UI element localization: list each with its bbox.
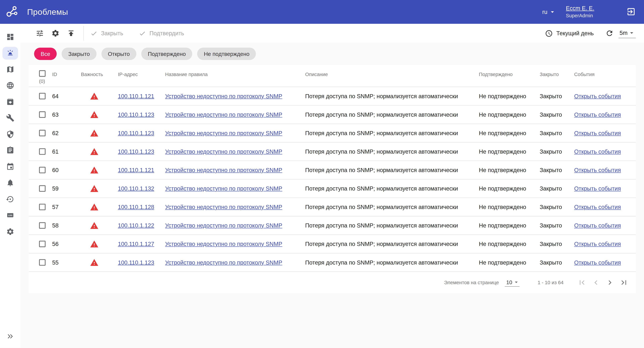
sidebar-item-security[interactable]	[2, 126, 18, 142]
rule-name-link[interactable]: Устройство недоступно по протоколу SNMP	[165, 111, 282, 118]
language-selector[interactable]: ru	[542, 8, 556, 16]
app-logo[interactable]	[4, 4, 20, 20]
row-checkbox[interactable]	[39, 93, 46, 100]
table-footer: Элементов на странице 10 1 - 10 из 64	[29, 272, 636, 293]
closed-status: Закрыто	[540, 241, 574, 247]
row-checkbox[interactable]	[39, 148, 46, 155]
sidebar-item-notifications[interactable]	[2, 175, 18, 191]
filter-chip-open[interactable]: Открыто	[101, 48, 136, 60]
sidebar-item-settings[interactable]	[2, 224, 18, 240]
open-events-link[interactable]: Открыть события	[574, 148, 621, 155]
table-settings-button[interactable]	[50, 28, 61, 39]
open-events-link[interactable]: Открыть события	[574, 241, 621, 247]
row-checkbox[interactable]	[39, 204, 46, 210]
open-events-link[interactable]: Открыть события	[574, 222, 621, 229]
closed-status: Закрыто	[540, 222, 574, 229]
time-period-button[interactable]: Текущий день	[545, 30, 594, 37]
rule-name-link[interactable]: Устройство недоступно по протоколу SNMP	[165, 185, 282, 192]
col-header-description: Описание	[305, 65, 479, 87]
row-checkbox[interactable]	[39, 167, 46, 173]
sidebar-item-backup[interactable]	[2, 191, 18, 207]
row-checkbox[interactable]	[39, 185, 46, 192]
first-page-button[interactable]	[575, 276, 589, 290]
filter-chip-unacknowledged[interactable]: Не подтверждено	[197, 48, 256, 60]
acknowledge-problems-button[interactable]: Подтвердить	[139, 30, 184, 37]
severity-cell	[81, 92, 118, 100]
rule-name-link[interactable]: Устройство недоступно по протоколу SNMP	[165, 222, 282, 229]
export-button[interactable]	[65, 28, 77, 39]
select-all-checkbox[interactable]	[39, 70, 46, 77]
logout-icon	[626, 7, 636, 16]
col-header-rule: Название правила	[165, 65, 305, 87]
sidebar-item-network[interactable]	[2, 78, 18, 94]
sidebar-item-devices[interactable]	[2, 94, 18, 110]
ip-address-link[interactable]: 100.110.1.121	[118, 167, 154, 173]
sidebar-item-scheduler[interactable]	[2, 158, 18, 175]
rule-name-link[interactable]: Устройство недоступно по протоколу SNMP	[165, 259, 282, 266]
refresh-interval-select[interactable]: 5m	[618, 28, 636, 38]
open-events-link[interactable]: Открыть события	[574, 167, 621, 173]
last-page-button[interactable]	[617, 276, 631, 290]
rule-name-link[interactable]: Устройство недоступно по протоколу SNMP	[165, 148, 282, 155]
sidebar-expand-button[interactable]	[2, 328, 18, 345]
acknowledged-status: Не подтверждено	[479, 259, 540, 266]
ip-address-link[interactable]: 100.110.1.127	[118, 241, 154, 247]
select-all-cell: (0)	[29, 65, 52, 87]
open-events-link[interactable]: Открыть события	[574, 185, 621, 192]
rule-name-link[interactable]: Устройство недоступно по протоколу SNMP	[165, 130, 282, 136]
sidebar-item-maps[interactable]	[2, 61, 18, 78]
selected-count: (0)	[39, 78, 45, 84]
filter-chip-acknowledged[interactable]: Подтверждено	[141, 48, 192, 60]
log-icon: LOG	[6, 211, 14, 220]
table-row: 59 100.110.1.132 Устройство недоступно п…	[29, 180, 636, 198]
table-row: 58 100.110.1.122 Устройство недоступно п…	[29, 216, 636, 235]
items-per-page-select[interactable]: 10	[505, 278, 520, 287]
ip-address-link[interactable]: 100.110.1.122	[118, 222, 154, 229]
sidebar-item-logs[interactable]: LOG	[2, 207, 18, 224]
row-checkbox[interactable]	[39, 241, 46, 247]
problem-description: Потеря доступа по SNMP; нормализуется ав…	[305, 130, 479, 136]
ip-address-link[interactable]: 100.110.1.123	[118, 130, 154, 136]
refresh-button[interactable]	[604, 28, 615, 39]
ip-address-link[interactable]: 100.110.1.123	[118, 111, 154, 118]
open-events-link[interactable]: Открыть события	[574, 204, 621, 210]
sidebar-item-problems[interactable]	[2, 47, 18, 60]
open-events-link[interactable]: Открыть события	[574, 93, 621, 100]
double-chevron-right-icon	[6, 332, 14, 340]
acknowledged-status: Не подтверждено	[479, 111, 540, 118]
row-checkbox[interactable]	[39, 222, 46, 229]
prev-page-button[interactable]	[589, 276, 603, 290]
sidebar-item-dashboards[interactable]	[2, 29, 18, 45]
open-events-link[interactable]: Открыть события	[574, 130, 621, 136]
warning-icon	[90, 221, 98, 230]
sidebar-item-tasks[interactable]	[2, 142, 18, 159]
logout-button[interactable]	[626, 7, 636, 16]
row-checkbox[interactable]	[39, 259, 46, 266]
rule-name-link[interactable]: Устройство недоступно по протоколу SNMP	[165, 93, 282, 100]
warning-icon	[90, 184, 98, 193]
open-events-link[interactable]: Открыть события	[574, 259, 621, 266]
rule-name-link[interactable]: Устройство недоступно по протоколу SNMP	[165, 241, 282, 247]
gear-icon	[51, 29, 60, 38]
closed-status: Закрыто	[540, 204, 574, 210]
close-problems-button[interactable]: Закрыть	[90, 30, 123, 37]
filter-chip-closed[interactable]: Закрыто	[62, 48, 96, 60]
ip-address-link[interactable]: 100.110.1.123	[118, 148, 154, 155]
next-page-button[interactable]	[603, 276, 617, 290]
ip-address-link[interactable]: 100.110.1.132	[118, 185, 154, 192]
ip-address-link[interactable]: 100.110.1.128	[118, 204, 154, 210]
open-events-link[interactable]: Открыть события	[574, 111, 621, 118]
ip-address-link[interactable]: 100.110.1.121	[118, 93, 154, 100]
rule-name-link[interactable]: Устройство недоступно по протоколу SNMP	[165, 167, 282, 173]
acknowledged-status: Не подтверждено	[479, 148, 540, 155]
settings-icon	[6, 228, 14, 236]
filter-chip-all[interactable]: Все	[34, 48, 57, 60]
row-checkbox[interactable]	[39, 130, 46, 136]
ip-address-link[interactable]: 100.110.1.123	[118, 259, 154, 266]
row-checkbox[interactable]	[39, 111, 46, 118]
sidebar-item-tools[interactable]	[2, 110, 18, 126]
user-menu[interactable]: Eccm Е. Е. SuperAdmin	[566, 5, 594, 19]
rule-name-link[interactable]: Устройство недоступно по протоколу SNMP	[165, 204, 282, 210]
filter-settings-button[interactable]	[34, 28, 46, 39]
row-checkbox-cell	[29, 259, 52, 266]
